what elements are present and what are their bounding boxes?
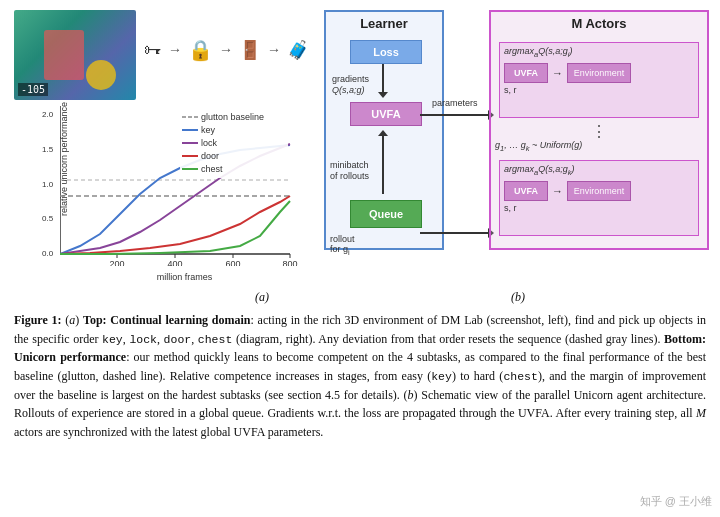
chart-wrapper: relative unicorn performance 0.0 0.5 1.0… <box>14 106 309 282</box>
code-lock: lock <box>129 333 157 346</box>
caption-row: (a) (b) <box>14 290 706 305</box>
icon-sequence-diagram: 🗝 → 🔒 → 🚪 → 🧳 <box>144 38 309 62</box>
watermark: 知乎 @ 王小维 <box>640 494 712 509</box>
params-arrow <box>420 110 494 120</box>
queue-label: Queue <box>369 208 403 220</box>
loss-to-uvfa-arrow <box>382 64 384 94</box>
y-tick-1: 0.5 <box>42 214 58 223</box>
code-key: key <box>102 333 123 346</box>
screenshot-label: -105 <box>18 83 48 96</box>
chart-svg-container: 200 400 600 800 <box>60 106 309 282</box>
chart-area: relative unicorn performance 0.0 0.5 1.0… <box>14 106 314 282</box>
queue-box: Queue <box>350 200 422 228</box>
loss-box: Loss <box>350 40 422 64</box>
top-section: -105 🗝 → 🔒 → 🚪 → 🧳 relative unicorn pe <box>14 10 706 282</box>
minibatch-label: minibatchof rollouts <box>330 160 369 182</box>
figure-number: Figure 1: <box>14 313 62 327</box>
y-ticks: 0.0 0.5 1.0 1.5 2.0 <box>42 110 58 258</box>
arrow-uvfa-env-bottom: → <box>552 185 563 197</box>
parameters-label: parameters <box>432 98 478 108</box>
y-tick-0: 0.0 <box>42 249 58 258</box>
sr-label-bottom: s, r <box>504 203 698 213</box>
queue-to-uvfa-arrowhead <box>378 130 388 136</box>
argmax2-label: argmaxaQ(s,a;gk) <box>504 164 695 177</box>
svg-text:800: 800 <box>282 259 297 266</box>
code-door: door <box>164 333 192 346</box>
fig-b-ref: b <box>408 388 414 402</box>
uvfa-actor-top: UVFA <box>504 63 548 83</box>
loss-to-uvfa-arrowhead <box>378 92 388 98</box>
svg-text:lock: lock <box>201 138 218 148</box>
svg-text:200: 200 <box>109 259 124 266</box>
code-chest: chest <box>198 333 233 346</box>
caption-b: (b) <box>511 290 525 305</box>
learner-title: Learner <box>326 16 442 31</box>
g-uniform-label: g1, … gk ~ Uniform(g) <box>495 140 582 153</box>
key-icon: 🗝 <box>144 40 162 61</box>
x-axis-label: million frames <box>60 272 309 282</box>
left-panel: -105 🗝 → 🔒 → 🚪 → 🧳 relative unicorn pe <box>14 10 314 282</box>
rollout-arrow <box>420 228 494 238</box>
M-label: M <box>696 406 706 420</box>
svg-text:key: key <box>201 125 216 135</box>
svg-text:glutton baseline: glutton baseline <box>201 112 264 122</box>
top-bold-label: Top: Continual learning domain <box>83 313 251 327</box>
right-panel: Learner Loss gradients Q(s,a;g) <box>324 10 709 282</box>
arrow-icon-3: → <box>267 42 281 58</box>
figure-caption: Figure 1: (a) Top: Continual learning do… <box>14 311 706 442</box>
y-tick-2: 1.0 <box>42 180 58 189</box>
diagram-top-row: -105 🗝 → 🔒 → 🚪 → 🧳 <box>14 10 309 100</box>
uvfa-label: UVFA <box>371 108 400 120</box>
y-tick-4: 2.0 <box>42 110 58 119</box>
code-key2: key <box>431 370 452 383</box>
learner-box: Learner Loss gradients Q(s,a;g) <box>324 10 444 250</box>
sr-label-top: s, r <box>504 85 698 95</box>
arrow-icon-2: → <box>219 42 233 58</box>
actor-row-top: UVFA → Environment <box>504 63 694 83</box>
q-label: Q(s,a;g) <box>332 85 365 95</box>
argmax1-label: argmaxaQ(s,a;gi) <box>504 46 695 59</box>
svg-text:chest: chest <box>201 164 223 174</box>
svg-text:400: 400 <box>167 259 182 266</box>
door-icon: 🚪 <box>239 39 261 61</box>
env-bottom: Environment <box>567 181 631 201</box>
actor-row-bottom: UVFA → Environment <box>504 181 694 201</box>
fig-a-ref: a <box>69 313 75 327</box>
uvfa-actor-bottom: UVFA <box>504 181 548 201</box>
arrow-uvfa-env-top: → <box>552 67 563 79</box>
actor-group-bottom: argmaxaQ(s,a;gk) UVFA → Environment s, r <box>499 160 699 236</box>
lock-icon: 🔒 <box>188 38 213 62</box>
chart-svg: 200 400 600 800 <box>60 106 300 266</box>
env-top: Environment <box>567 63 631 83</box>
caption-a: (a) <box>255 290 269 305</box>
arrow-icon-1: → <box>168 42 182 58</box>
arch-diagram: Learner Loss gradients Q(s,a;g) <box>324 10 709 280</box>
uvfa-box-left: UVFA <box>350 102 422 126</box>
main-container: -105 🗝 → 🔒 → 🚪 → 🧳 relative unicorn pe <box>14 10 706 442</box>
queue-to-uvfa-arrow <box>382 134 384 194</box>
loss-label: Loss <box>373 46 399 58</box>
gradients-label: gradients Q(s,a;g) <box>332 74 369 96</box>
rollout-label: rolloutfor gi <box>330 234 355 257</box>
code-chest2: chest <box>503 370 538 383</box>
actor-group-top: argmaxaQ(s,a;gi) UVFA → Environment s, r <box>499 42 699 118</box>
y-tick-3: 1.5 <box>42 145 58 154</box>
game-screenshot: -105 <box>14 10 136 100</box>
svg-text:600: 600 <box>225 259 240 266</box>
mactors-box: M Actors argmaxaQ(s,a;gi) UVFA → Environ… <box>489 10 709 250</box>
chest-icon: 🧳 <box>287 39 309 61</box>
svg-text:door: door <box>201 151 219 161</box>
mactors-title: M Actors <box>491 16 707 31</box>
dots-middle: ⋮ <box>491 124 707 140</box>
